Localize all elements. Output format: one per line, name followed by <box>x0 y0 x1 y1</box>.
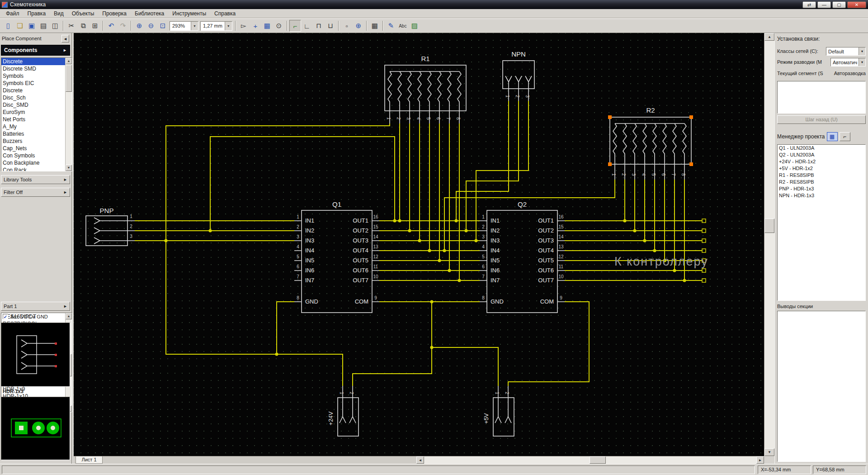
project-component-item[interactable]: R1 - RES8SIPB <box>778 172 865 179</box>
r2-body[interactable] <box>610 117 691 164</box>
net-port[interactable] <box>702 279 706 282</box>
wire-arc-button[interactable]: ⊓ <box>313 20 325 32</box>
wire-orthogonal-button[interactable]: ⌐ <box>289 20 301 32</box>
project-component-item[interactable]: +24V - HDR-1x2 <box>778 158 865 165</box>
selection-handle[interactable] <box>608 115 612 119</box>
net-class-combo[interactable]: Default ▼ <box>826 47 866 56</box>
place-image-button[interactable]: ▨ <box>409 20 420 32</box>
library-list-item[interactable]: Discrete SMD <box>1 65 65 72</box>
library-list-item[interactable]: Con Backplane <box>1 159 65 166</box>
selection-handle[interactable] <box>689 115 693 119</box>
project-component-item[interactable]: PNP - HDR-1x3 <box>778 185 865 192</box>
r1-resistors[interactable] <box>388 71 461 124</box>
scrollbar-thumb[interactable] <box>66 65 72 92</box>
library-list-item[interactable]: Buzzers <box>1 138 65 145</box>
paste-button[interactable]: ⊞ <box>89 20 101 32</box>
pnp-header-pins[interactable] <box>94 218 135 244</box>
title-bar[interactable]: Схемотехника ⇄ — ▢ ✕ <box>0 0 868 9</box>
zoom-window-button[interactable]: ⊡ <box>157 20 169 32</box>
library-list-item[interactable]: EuroSym <box>1 109 65 116</box>
spreadsheet-button[interactable]: ▦ <box>369 20 381 32</box>
library-list-item[interactable]: Disc_Sch <box>1 94 65 101</box>
place-port-button[interactable]: ⊕ <box>353 20 364 32</box>
menu-item[interactable]: Библиотека <box>131 10 168 18</box>
manager-wire-view-button[interactable]: ⌐ <box>840 132 850 141</box>
chevron-down-icon[interactable]: ▼ <box>859 48 865 55</box>
chevron-down-icon[interactable]: ▼ <box>191 22 198 30</box>
library-list-item[interactable]: Discrete <box>1 87 65 94</box>
library-list-item[interactable]: Disc_SMD <box>1 101 65 109</box>
canvas-vertical-scrollbar[interactable]: ▲ ▼ <box>764 33 774 456</box>
r2-resistors[interactable] <box>613 124 686 180</box>
scroll-down-icon[interactable]: ▼ <box>764 448 774 456</box>
wire[interactable] <box>400 124 459 280</box>
route-mode-combo[interactable]: Автоматич ▼ <box>830 58 866 66</box>
menu-item[interactable]: Вид <box>50 10 68 18</box>
print-preview-button[interactable]: ◫ <box>49 20 61 32</box>
zoom-level-combo[interactable]: 293% ▼ <box>170 21 198 31</box>
menu-item[interactable]: Проверка <box>98 10 131 18</box>
collapse-panel-button[interactable]: ◄ <box>61 35 69 43</box>
zoom-out-button[interactable]: ⊖ <box>145 20 157 32</box>
wire-free-button[interactable]: ⊔ <box>325 20 336 32</box>
menu-item[interactable]: Объекты <box>68 10 99 18</box>
wire[interactable] <box>135 221 294 241</box>
filter-header[interactable]: Filter Off ► <box>1 188 70 197</box>
place-pad-button[interactable]: ▫ <box>341 20 353 32</box>
net-port[interactable] <box>702 229 706 233</box>
place-text-button[interactable]: Abc <box>397 20 409 32</box>
project-component-item[interactable]: Q2 - ULN2003A <box>778 152 865 158</box>
redo-button[interactable]: ↷ <box>117 20 129 32</box>
search-button[interactable]: ⊙ <box>273 20 285 32</box>
wire-diagonal-button[interactable]: ∟ <box>301 20 313 32</box>
save-button[interactable]: ▣ <box>26 20 38 32</box>
part-section-header[interactable]: Part 1 ► <box>1 302 70 311</box>
grid-step-combo[interactable]: 1,27 mm ▼ <box>200 21 232 31</box>
menu-item[interactable]: Правка <box>24 10 50 18</box>
scroll-left-icon[interactable]: ◄ <box>416 456 424 464</box>
sheet-tab[interactable]: Лист 1 <box>75 456 103 464</box>
scrollbar-thumb[interactable] <box>764 218 774 233</box>
new-button[interactable]: ▯ <box>2 20 14 32</box>
schematic-canvas[interactable]: Q1 IN1 IN2 IN3 IN4 IN5 IN6 IN7 OUT1 OUT2… <box>74 33 764 456</box>
canvas-horizontal-scrollbar[interactable]: ◄ ► <box>416 456 764 464</box>
library-list-item[interactable]: Batteries <box>1 130 65 138</box>
library-list-scrollbar[interactable]: ▲ ▼ <box>65 58 72 171</box>
project-component-item[interactable]: Q1 - ULN2003A <box>778 145 865 152</box>
menu-item[interactable]: Справка <box>210 10 240 18</box>
selection-handle[interactable] <box>608 162 612 166</box>
cut-button[interactable]: ✂ <box>66 20 77 32</box>
zoom-in-button[interactable]: ⊕ <box>133 20 145 32</box>
menu-item[interactable]: Файл <box>2 10 24 18</box>
wire[interactable] <box>166 124 615 386</box>
minimize-button[interactable]: — <box>817 1 831 8</box>
project-component-item[interactable]: +5V - HDR-1x2 <box>778 165 865 172</box>
chevron-down-icon[interactable]: ▼ <box>859 58 865 66</box>
net-port[interactable] <box>702 219 706 223</box>
library-list-item[interactable]: Con Symbols <box>1 152 65 159</box>
net-label[interactable]: К контроллеру <box>614 255 708 268</box>
edit-attributes-button[interactable]: ✎ <box>385 20 397 32</box>
step-back-button[interactable]: Шаг назад (U) <box>777 115 866 124</box>
library-list-item[interactable]: Net Ports <box>1 116 65 123</box>
menu-item[interactable]: Инструменты <box>168 10 210 18</box>
select-tool-button[interactable]: ▻ <box>238 20 250 32</box>
scroll-up-icon[interactable]: ▲ <box>66 58 72 64</box>
print-button[interactable]: ▤ <box>38 20 49 32</box>
v5-header-body[interactable] <box>493 398 514 436</box>
scroll-right-icon[interactable]: ► <box>756 456 764 464</box>
net-port[interactable] <box>702 269 706 272</box>
library-tools-header[interactable]: Library Tools ► <box>1 175 70 184</box>
r1-body[interactable] <box>385 65 466 111</box>
project-component-item[interactable]: NPN - HDR-1x3 <box>778 192 865 199</box>
selection-handle[interactable] <box>689 162 693 166</box>
library-list-item[interactable]: Symbols EIC <box>1 80 65 87</box>
net-port[interactable] <box>702 239 706 242</box>
switch-window-button[interactable]: ⇄ <box>802 1 816 8</box>
manager-grid-view-button[interactable]: ▦ <box>827 132 838 141</box>
v24-header-body[interactable] <box>338 398 359 436</box>
place-node-button[interactable]: + <box>250 20 261 32</box>
chevron-down-icon[interactable]: ▼ <box>225 22 232 30</box>
auto-vcc-checkbox[interactable]: ✓ <box>3 314 8 319</box>
place-component-button[interactable]: ▦ <box>261 20 273 32</box>
